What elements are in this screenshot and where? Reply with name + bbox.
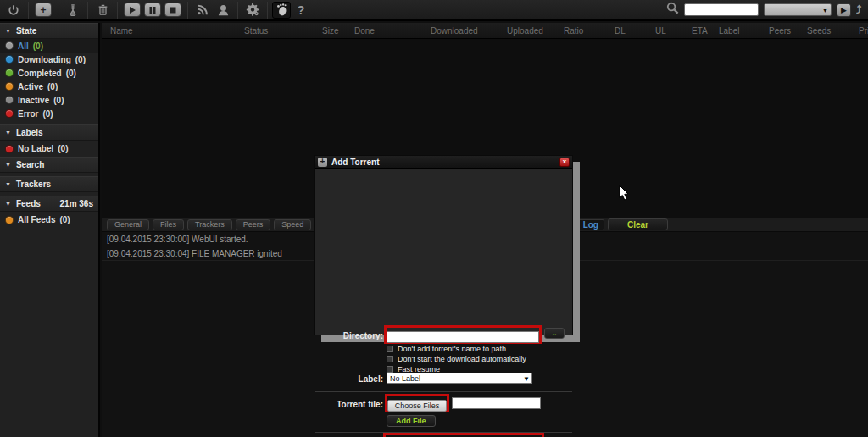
option-dont-start[interactable]: Don't start the download automatically <box>387 354 526 363</box>
item-label: Active <box>18 82 43 91</box>
browse-directory-button[interactable]: .. <box>544 328 565 339</box>
col-dl[interactable]: DL <box>615 26 626 36</box>
col-ul[interactable]: UL <box>655 26 666 36</box>
sidebar-section-search[interactable]: ▼ Search <box>0 157 98 173</box>
sidebar-item-all[interactable]: All (0) <box>0 39 98 53</box>
sidebar-item-active[interactable]: Active (0) <box>0 80 98 93</box>
directory-input[interactable] <box>387 331 539 343</box>
mouse-cursor <box>619 185 631 205</box>
state-active-icon <box>5 82 14 91</box>
start-button[interactable] <box>122 2 142 19</box>
col-status[interactable]: Status <box>244 26 268 36</box>
toolbar-separator <box>87 2 88 19</box>
state-all-icon <box>5 41 14 50</box>
power-icon[interactable] <box>3 2 24 19</box>
choose-files-highlight: Choose Files <box>385 394 449 412</box>
tab-files[interactable]: Files <box>153 219 184 230</box>
item-label: Inactive <box>18 96 49 105</box>
tab-speed[interactable]: Speed <box>274 219 311 230</box>
col-eta[interactable]: ETA <box>692 26 708 36</box>
collapse-triangle-icon: ▼ <box>5 181 11 187</box>
item-label: All <box>18 41 29 51</box>
collapse-triangle-icon: ▼ <box>5 162 11 168</box>
col-size[interactable]: Size <box>322 26 338 36</box>
col-seeds[interactable]: Seeds <box>807 26 831 36</box>
rss-icon[interactable] <box>192 2 213 19</box>
collapse-triangle-icon: ▼ <box>5 130 11 136</box>
sidebar-item-no-label[interactable]: No Label (0) <box>0 141 98 157</box>
label-select-value: No Label <box>390 374 420 383</box>
user-chat-icon[interactable] <box>213 2 233 19</box>
help-icon[interactable]: ? <box>291 2 311 19</box>
checkbox-label: Don't start the download automatically <box>398 355 526 363</box>
sidebar-section-state[interactable]: ▼ State <box>0 23 98 39</box>
add-file-button[interactable]: Add File <box>387 415 436 427</box>
pause-button[interactable] <box>142 2 163 19</box>
label-select[interactable]: No Label ▼ <box>387 373 532 384</box>
col-downloaded[interactable]: Downloaded <box>431 26 478 36</box>
col-name[interactable]: Name <box>110 26 133 36</box>
tab-trackers[interactable]: Trackers <box>187 219 232 230</box>
dialog-title: Add Torrent <box>331 158 379 167</box>
search-filter-select[interactable]: ▼ <box>764 3 832 16</box>
col-uploaded[interactable]: Uploaded <box>507 26 543 36</box>
col-ratio[interactable]: Ratio <box>564 26 583 36</box>
item-label: Downloading <box>18 55 71 64</box>
state-error-icon <box>5 109 14 118</box>
stop-button[interactable] <box>163 2 183 19</box>
sidebar-section-labels[interactable]: ▼ Labels <box>0 124 98 141</box>
sidebar-section-feeds[interactable]: ▼ Feeds 21m 36s <box>0 196 98 212</box>
search-icon <box>666 2 679 18</box>
tab-general[interactable]: General <box>107 219 149 230</box>
section-label: Feeds <box>16 199 41 208</box>
sidebar-item-inactive[interactable]: Inactive (0) <box>0 93 98 107</box>
settings-gear-icon[interactable] <box>242 2 263 19</box>
item-count: (0) <box>42 109 53 119</box>
app-window: + ? <box>0 0 868 437</box>
toolbar-separator <box>187 2 188 19</box>
item-count: (0) <box>75 55 86 64</box>
collapse-triangle-icon: ▼ <box>5 28 11 34</box>
checkbox-icon[interactable] <box>387 366 393 373</box>
search-filter-value <box>765 9 767 18</box>
sidebar-item-all-feeds[interactable]: All Feeds (0) <box>0 212 98 228</box>
checkbox-icon[interactable] <box>387 356 393 362</box>
item-count: (0) <box>33 41 43 51</box>
tab-peers[interactable]: Peers <box>236 219 271 230</box>
option-dont-add-name[interactable]: Don't add torrent's name to path <box>387 344 526 353</box>
clear-log-button[interactable]: Clear <box>608 218 668 230</box>
col-prio[interactable]: Prio <box>859 26 868 36</box>
choose-files-button[interactable]: Choose Files <box>387 400 447 412</box>
trash-icon[interactable] <box>92 2 113 19</box>
tab-log[interactable]: Log <box>577 219 604 230</box>
checkbox-icon[interactable] <box>387 346 393 352</box>
toolbar-separator <box>267 2 268 19</box>
directory-highlight <box>384 325 542 344</box>
item-count: (0) <box>47 82 58 91</box>
flask-icon[interactable] <box>63 2 83 19</box>
dialog-close-button[interactable]: x <box>559 158 570 167</box>
item-label: Error <box>18 109 38 119</box>
search-go-button[interactable]: ▶ <box>837 3 851 17</box>
dialog-titlebar[interactable]: + Add Torrent x <box>315 156 572 169</box>
col-label[interactable]: Label <box>719 26 739 36</box>
col-peers[interactable]: Peers <box>769 26 791 36</box>
section-label: State <box>16 26 36 36</box>
item-count: (0) <box>59 215 70 224</box>
no-label-icon <box>5 145 14 153</box>
checkbox-label: Don't add torrent's name to path <box>398 345 506 353</box>
sidebar-item-error[interactable]: Error (0) <box>0 107 98 120</box>
sidebar: ▼ State All (0) Downloading (0) Complete… <box>0 23 100 437</box>
section-label: Search <box>16 160 44 169</box>
sidebar-section-trackers[interactable]: ▼ Trackers <box>0 176 98 192</box>
file-name-input[interactable] <box>452 397 541 409</box>
state-downloading-icon <box>5 55 14 64</box>
add-torrent-button[interactable]: + <box>33 2 53 19</box>
directory-label: Directory: <box>320 331 383 340</box>
col-done[interactable]: Done <box>354 26 375 36</box>
search-input[interactable] <box>684 3 759 16</box>
sidebar-item-completed[interactable]: Completed (0) <box>0 66 98 80</box>
gnome-foot-icon[interactable] <box>272 2 291 19</box>
sidebar-item-downloading[interactable]: Downloading (0) <box>0 53 98 66</box>
checkbox-label: Fast resume <box>398 365 440 373</box>
